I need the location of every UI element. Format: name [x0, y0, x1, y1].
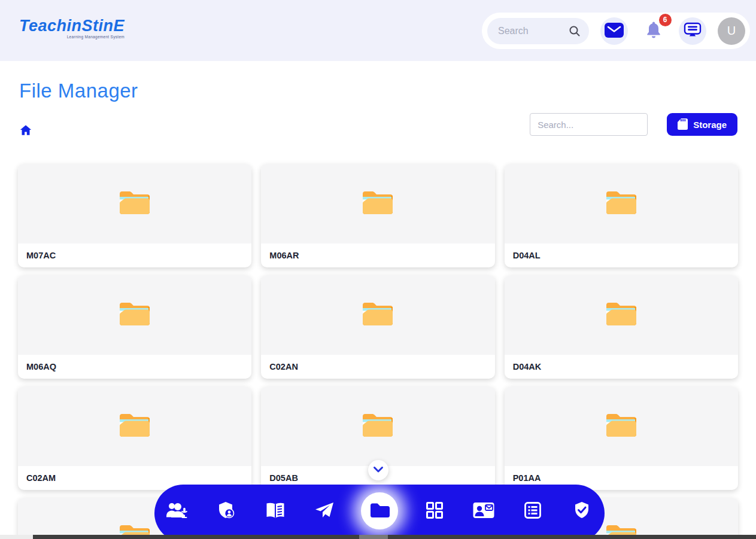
mail-icon	[604, 22, 624, 40]
folder-name: M07AC	[18, 243, 251, 267]
nav-send[interactable]	[312, 498, 337, 523]
folder-card[interactable]: D04AL	[505, 164, 738, 267]
chevron-down-icon	[373, 466, 384, 475]
folder-icon	[117, 300, 152, 330]
logo-tagline: Learning Management System	[19, 35, 125, 39]
home-icon	[20, 129, 32, 138]
folder-icon	[117, 412, 152, 441]
folder-card[interactable]: D04AK	[505, 275, 738, 379]
mail-button[interactable]	[600, 17, 628, 45]
notifications-button[interactable]: 6	[640, 17, 667, 45]
folder-card[interactable]: P01AA	[505, 386, 738, 490]
folder-card[interactable]: C02AN	[261, 275, 494, 379]
nav-open-book[interactable]	[263, 498, 288, 523]
folder-name: D04AK	[505, 355, 738, 379]
scrollbar-thumb[interactable]	[359, 535, 388, 539]
nav-apps-grid[interactable]	[422, 498, 447, 523]
folder-card[interactable]: M06AQ	[18, 275, 251, 379]
breadcrumb-home-button[interactable]	[20, 124, 32, 138]
folder-icon	[360, 412, 395, 441]
folder-icon	[117, 189, 152, 219]
scroll-down-button[interactable]	[368, 460, 388, 480]
top-header: TeachinStinE Learning Management System …	[0, 0, 756, 61]
storage-button-label: Storage	[693, 120, 727, 130]
nav-shield-check[interactable]	[569, 498, 594, 523]
folder-card[interactable]: C02AM	[18, 386, 251, 490]
header-search	[487, 18, 589, 44]
bottom-edge-left	[0, 535, 33, 539]
nav-list-records[interactable]	[520, 498, 545, 523]
folder-icon	[360, 189, 395, 219]
nav-users-voice[interactable]	[165, 498, 190, 523]
contact-card-icon	[472, 501, 495, 521]
folder-name: M06AQ	[18, 355, 251, 379]
users-voice-icon	[165, 501, 189, 522]
folder-icon	[604, 300, 639, 330]
notification-badge: 6	[659, 14, 672, 26]
nav-contact-card[interactable]	[471, 498, 496, 523]
apps-grid-icon	[426, 501, 444, 521]
bottom-navigation	[154, 485, 605, 539]
folder-name: D04AL	[505, 243, 738, 267]
nav-file-manager[interactable]	[361, 492, 398, 529]
avatar-initial: U	[727, 24, 736, 38]
chat-board-icon	[684, 22, 702, 39]
folder-icon	[369, 502, 390, 520]
shield-check-icon	[572, 501, 591, 522]
logo-text: TeachinStinE	[19, 17, 125, 35]
folder-icon	[360, 300, 395, 330]
bottom-scrollbar[interactable]	[33, 535, 756, 539]
folder-icon	[604, 189, 639, 219]
chat-board-button[interactable]	[679, 17, 706, 45]
app-logo[interactable]: TeachinStinE Learning Management System	[19, 18, 125, 39]
folder-name: C02AN	[261, 355, 494, 379]
folder-card[interactable]: M07AC	[18, 164, 251, 267]
page-title: File Manager	[19, 80, 138, 102]
folder-grid: M07AC M06AR	[18, 164, 738, 539]
folder-card[interactable]: M06AR	[261, 164, 494, 267]
nav-shield-user[interactable]	[214, 498, 239, 523]
shield-user-icon	[217, 501, 236, 522]
folder-icon	[604, 412, 639, 441]
storage-button[interactable]: Storage	[667, 113, 737, 136]
file-search-input[interactable]	[530, 113, 648, 136]
sd-card-icon	[678, 118, 688, 132]
search-icon[interactable]	[568, 25, 581, 40]
send-plane-icon	[314, 501, 335, 521]
list-records-icon	[524, 501, 542, 521]
file-toolbar: Storage	[530, 113, 737, 136]
open-book-icon	[265, 501, 286, 521]
folder-name: M06AR	[261, 243, 494, 267]
header-actions: 6 U	[482, 13, 750, 49]
avatar[interactable]: U	[718, 17, 745, 45]
